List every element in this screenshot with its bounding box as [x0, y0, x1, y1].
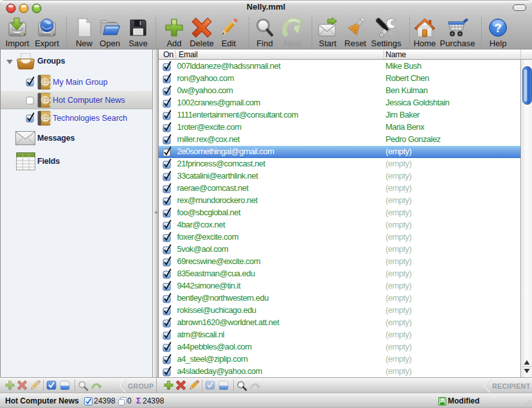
svg-text:@: @: [41, 78, 49, 87]
svg-text:@: @: [41, 96, 49, 105]
svg-text:?: ?: [494, 21, 502, 35]
svg-text:@: @: [41, 114, 49, 123]
